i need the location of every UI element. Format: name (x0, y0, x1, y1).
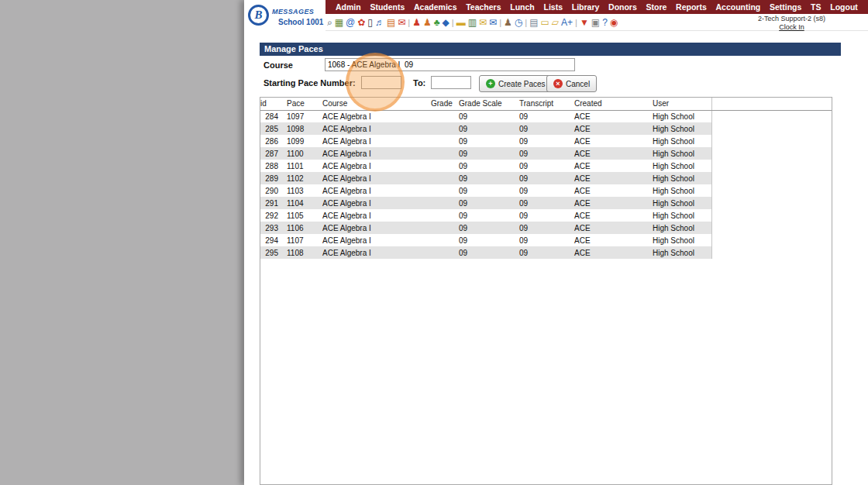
col-header-grade: Grade (428, 98, 456, 110)
to-pace-input[interactable] (431, 76, 471, 89)
mail-blue-icon[interactable]: ✉ (489, 16, 497, 29)
cancel-button[interactable]: × Cancel (546, 75, 597, 92)
power-icon[interactable]: ◉ (610, 16, 618, 29)
col-header-transcript: Transcript (516, 98, 571, 110)
notebook-icon[interactable]: ▥ (468, 16, 477, 29)
nav-item-reports[interactable]: Reports (672, 0, 711, 14)
person-red-icon[interactable]: ♟ (412, 16, 421, 29)
separator: | (408, 16, 410, 29)
main-nav: AdminStudentsAcademicsTeachersLunchLists… (326, 0, 868, 14)
search-icon[interactable]: ⌕ (327, 16, 332, 29)
col-header-pace: Pace (281, 98, 319, 110)
grade-aplus-icon[interactable]: A+ (561, 16, 573, 29)
mail-icon[interactable]: ✉ (398, 16, 405, 29)
calendar-grid-icon[interactable]: ▦ (335, 16, 343, 29)
nav-item-ts[interactable]: TS (807, 0, 825, 14)
nav-item-academics[interactable]: Academics (410, 0, 460, 14)
separator: | (452, 16, 454, 29)
table-row: 2871100ACE Algebra I0909ACEHigh School (260, 147, 832, 160)
page-title: Manage Paces (260, 43, 841, 56)
bird-icon[interactable]: ◆ (443, 16, 450, 29)
nav-item-lunch[interactable]: Lunch (506, 0, 539, 14)
table-row: 2861099ACE Algebra I0909ACEHigh School (260, 135, 832, 147)
nav-item-library[interactable]: Library (568, 0, 604, 14)
table-row: 2911104ACE Algebra I0909ACEHigh School (260, 197, 832, 209)
mail-yellow-icon[interactable]: ✉ (479, 16, 487, 29)
separator: | (525, 16, 527, 29)
nav-item-store[interactable]: Store (642, 0, 671, 14)
to-label: To: (413, 78, 425, 88)
table-row: 2931106ACE Algebra I0909ACEHigh School (260, 222, 832, 234)
col-header-user: User (649, 98, 711, 110)
nav-item-logout[interactable]: Logout (826, 0, 862, 14)
table-row: 2851098ACE Algebra I0909ACEHigh School (260, 122, 832, 135)
nav-item-settings[interactable]: Settings (766, 0, 805, 14)
col-header-filler (711, 98, 832, 110)
col-header-id: id (260, 98, 281, 110)
nav-item-donors[interactable]: Donors (604, 0, 641, 14)
plus-icon: + (486, 79, 495, 88)
person-orange-icon[interactable]: ♟ (423, 16, 432, 29)
course-label: Course (264, 60, 293, 70)
starting-pace-input[interactable] (361, 76, 401, 89)
col-header-course: Course (319, 98, 428, 110)
col-header-grade-scale: Grade Scale (456, 98, 516, 110)
logo-school: School 1001 (278, 18, 323, 26)
nav-item-accounting[interactable]: Accounting (711, 0, 764, 14)
separator: | (499, 16, 501, 29)
paces-table: idPaceCourseGradeGrade ScaleTranscriptCr… (260, 98, 832, 259)
ledger-icon[interactable]: ▤ (529, 16, 538, 29)
mobile-phone-icon[interactable]: ▯ (367, 16, 373, 29)
app-header: B MESSAGES School 1001 AdminStudentsAcad… (244, 0, 868, 31)
app-window: B MESSAGES School 1001 AdminStudentsAcad… (244, 0, 868, 485)
table-row: 2901103ACE Algebra I0909ACEHigh School (260, 184, 832, 197)
starting-pace-label: Starting Pace Number: (264, 78, 356, 88)
table-row: 2951108ACE Algebra I0909ACEHigh School (260, 246, 832, 259)
calendar-icon[interactable]: ▤ (387, 16, 395, 29)
person-brown-icon[interactable]: ♟ (504, 16, 512, 29)
nav-item-lists[interactable]: Lists (539, 0, 567, 14)
paces-table-container: idPaceCourseGradeGrade ScaleTranscriptCr… (260, 97, 832, 485)
x-icon: × (553, 79, 563, 88)
cancel-label: Cancel (566, 80, 590, 88)
user-panel: 2-Tech Support-2 (s8) Clock In (758, 15, 825, 31)
logo-brand: MESSAGES (272, 8, 314, 15)
printer-icon[interactable]: ▣ (591, 16, 600, 29)
leaf-icon[interactable]: ♣ (434, 16, 440, 29)
create-paces-label: Create Paces (498, 80, 546, 88)
app-logo: B MESSAGES School 1001 (244, 0, 326, 31)
current-user-label: 2-Tech Support-2 (s8) (758, 15, 825, 22)
table-header-row: idPaceCourseGradeGrade ScaleTranscriptCr… (260, 98, 832, 110)
table-row: 2941107ACE Algebra I0909ACEHigh School (260, 234, 832, 246)
nav-item-teachers[interactable]: Teachers (462, 0, 505, 14)
table-row: 2891102ACE Algebra I0909ACEHigh School (260, 172, 832, 184)
card-icon[interactable]: ▭ (540, 16, 549, 29)
create-paces-button[interactable]: + Create Paces (479, 75, 553, 92)
at-icon[interactable]: @ (346, 16, 355, 29)
icon-toolbar: ⌕▦@✿▯♬▤✉|♟♟♣◆|▬▥✉✉|♟◷|▤▭▱A+|▼▣?◉ (327, 15, 752, 29)
briefcase-icon[interactable]: ▬ (456, 16, 466, 29)
pace-table-body: 2841097ACE Algebra I0909ACEHigh School28… (260, 110, 832, 259)
pdf-icon[interactable]: ▼ (580, 16, 589, 29)
table-row: 2921105ACE Algebra I0909ACEHigh School (260, 209, 832, 222)
speaker-icon[interactable]: ♬ (375, 16, 384, 29)
table-row: 2881101ACE Algebra I0909ACEHigh School (260, 160, 832, 172)
folder-icon[interactable]: ▱ (552, 16, 559, 29)
nav-item-admin[interactable]: Admin (332, 0, 365, 14)
table-row: 2841097ACE Algebra I0909ACEHigh School (260, 110, 832, 122)
col-header-created: Created (571, 98, 649, 110)
separator: | (575, 16, 577, 29)
logo-icon: B (248, 5, 269, 26)
clock-icon[interactable]: ◷ (515, 16, 522, 29)
nav-item-students[interactable]: Students (366, 0, 408, 14)
flower-icon[interactable]: ✿ (357, 16, 365, 29)
help-icon[interactable]: ? (602, 16, 608, 29)
clock-in-link[interactable]: Clock In (779, 23, 804, 31)
course-input[interactable] (325, 58, 575, 71)
